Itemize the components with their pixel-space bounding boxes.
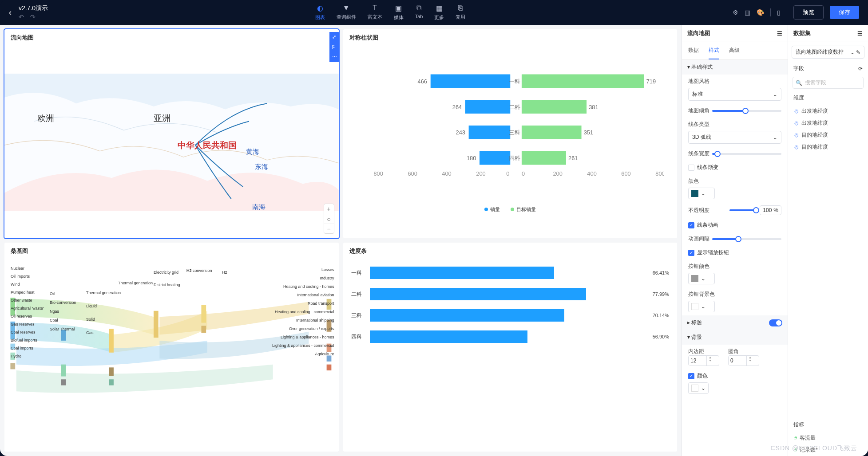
color-picker-btn[interactable]: ⌄	[688, 273, 715, 284]
color-picker-btn-bg[interactable]: ⌄	[688, 301, 715, 312]
svg-text:264: 264	[452, 104, 461, 110]
bar-chart-canvas: 466 719 一科 264 381 二科 243 351 三科 180 261…	[357, 50, 664, 201]
field-search[interactable]: 🔍搜索字段	[793, 77, 864, 89]
location-icon: ◎	[794, 108, 799, 114]
sankey-node-label: Solar Thermal	[50, 327, 75, 331]
sankey-node-label: Thermal generation	[86, 291, 121, 295]
layout-icon[interactable]: ▥	[745, 9, 750, 16]
tool-tab[interactable]: ⧉Tab	[415, 4, 423, 21]
slider-anim-interval[interactable]	[712, 238, 781, 240]
label-map-pitch: 地图倾角	[688, 107, 709, 114]
checkbox-line-animation[interactable]: ✓线条动画	[688, 221, 781, 229]
collapse-icon[interactable]: ☰	[857, 30, 863, 37]
tab-style[interactable]: 样式	[709, 42, 719, 59]
group-background[interactable]: ▾ 背景	[682, 330, 788, 345]
sankey-node-label: Coal imports	[11, 346, 33, 350]
checkbox-bg-color[interactable]: ✓颜色	[688, 372, 781, 380]
color-picker[interactable]: ⌄	[688, 188, 715, 199]
mobile-icon[interactable]: ▯	[777, 9, 781, 16]
sankey-node-label: Liquid	[86, 304, 97, 308]
svg-rect-42	[154, 311, 159, 338]
hash-icon: #	[794, 436, 797, 441]
pie-chart-icon: ◐	[317, 4, 323, 12]
undo-button[interactable]: ↶	[19, 13, 24, 20]
checkbox-line-gradient[interactable]: 线条渐变	[688, 164, 781, 171]
svg-rect-3	[521, 75, 644, 88]
dimension-field[interactable]: ◎目的地经度	[788, 129, 868, 141]
sankey-node-label: Nuclear	[11, 266, 24, 271]
progress-row: 二科77.99%	[343, 283, 678, 305]
progress-row: 三科70.14%	[343, 305, 678, 326]
tool-richtext[interactable]: T富文本	[368, 4, 382, 21]
chevron-down-icon: ⌄	[701, 385, 705, 391]
slider-map-pitch[interactable]	[712, 110, 781, 112]
save-button[interactable]: 保存	[830, 6, 859, 19]
sankey-node-label: Lighting & appliances - commercial	[272, 343, 334, 348]
dataset-select[interactable]: 流向地图经纬度数排⌄ ✎	[792, 46, 864, 59]
input-radius[interactable]: ▲▼	[728, 355, 759, 366]
image-icon: ▣	[395, 4, 402, 12]
expand-icon[interactable]: ⤢	[329, 32, 339, 42]
panel-diverging-bar[interactable]: 对称柱状图 466 719 一科 264 381 二科 243 351 三科	[343, 29, 678, 238]
tool-media[interactable]: ▣媒体	[394, 4, 404, 21]
settings-icon[interactable]: ⚙	[733, 9, 738, 16]
dimension-field[interactable]: ◎出发地经度	[788, 105, 868, 117]
slider-opacity[interactable]	[729, 209, 756, 211]
panel-sankey[interactable]: 桑基图	[4, 243, 339, 452]
panel-flow-map[interactable]: ⤢ ⎘ ⋯ 流向地图 欧洲	[4, 29, 339, 238]
zoom-reset-button[interactable]: ○	[324, 214, 334, 224]
dimension-field[interactable]: ◎目的地纬度	[788, 141, 868, 153]
map-label-china: 中华人民共和国	[178, 141, 237, 150]
location-icon: ◎	[794, 132, 799, 138]
metric-field[interactable]: #客流量	[788, 432, 868, 444]
color-picker-bg[interactable]: ⌄	[688, 382, 709, 394]
zoom-in-button[interactable]: +	[324, 204, 334, 214]
sankey-node-label: Pumped heat	[11, 290, 35, 295]
tool-more[interactable]: ▦更多	[434, 4, 444, 21]
input-padding[interactable]: ▲▼	[688, 355, 719, 366]
sankey-node-label: H2	[186, 268, 192, 273]
text-icon: T	[373, 4, 377, 12]
sankey-node-label: Gas	[86, 330, 94, 335]
svg-rect-11	[468, 126, 510, 139]
divider	[787, 8, 787, 16]
tool-reuse[interactable]: ⎘复用	[456, 4, 465, 21]
chart-legend: 销量 目标销量	[357, 206, 664, 213]
sankey-node-label: H2	[222, 270, 227, 275]
group-title[interactable]: ▸ 标题	[682, 315, 788, 330]
dataset-panel: 数据集 ☰ 流向地图经纬度数排⌄ ✎ 字段⟳ 🔍搜索字段 维度 ◎出发地经度◎出…	[788, 25, 868, 456]
chevron-down-icon: ⌄	[773, 91, 777, 98]
tab-data[interactable]: 数据	[688, 42, 699, 59]
palette-icon[interactable]: 🎨	[757, 9, 764, 16]
preview-button[interactable]: 预览	[793, 5, 824, 20]
select-line-type[interactable]: 3D 弧线⌄	[688, 131, 781, 144]
page-title: v2.7.0演示	[19, 4, 48, 12]
checkbox-show-zoom[interactable]: ✓显示缩放按钮	[688, 249, 781, 256]
map-canvas[interactable]: 欧洲 亚洲 中华人民共和国 黄海 东海 南海	[4, 46, 339, 238]
tab-advanced[interactable]: 高级	[729, 42, 740, 59]
map-label-europe: 欧洲	[37, 114, 54, 123]
back-button[interactable]: ‹	[9, 8, 12, 17]
sankey-node-label: Road transport	[308, 301, 334, 306]
svg-rect-39	[109, 329, 114, 353]
sankey-node-label: Lighting & appliances - homes	[281, 335, 334, 339]
zoom-out-button[interactable]: −	[324, 224, 334, 233]
refresh-icon[interactable]: ⟳	[858, 66, 863, 72]
slider-line-width[interactable]	[712, 153, 781, 155]
panel-progress[interactable]: 进度条 一科66.41%二科77.99%三科70.14%四科56.90%	[343, 243, 678, 452]
svg-rect-48	[327, 356, 332, 362]
svg-text:200: 200	[476, 170, 485, 177]
dimension-field[interactable]: ◎出发地纬度	[788, 117, 868, 129]
group-basic-style[interactable]: ▾ 基础样式	[682, 60, 788, 75]
svg-text:400: 400	[442, 170, 451, 177]
svg-rect-8	[521, 100, 586, 114]
tool-query[interactable]: ▼查询组件	[337, 4, 356, 21]
tool-chart[interactable]: ◐图表	[315, 4, 325, 21]
redo-button[interactable]: ↷	[30, 13, 36, 20]
map-label-asia: 亚洲	[154, 114, 170, 123]
collapse-icon[interactable]: ☰	[777, 30, 782, 37]
sankey-node-label: Other waste	[11, 298, 32, 303]
sankey-node-label: Oil imports	[11, 274, 30, 279]
select-map-style[interactable]: 标准⌄	[688, 88, 781, 101]
toggle-title[interactable]	[769, 319, 782, 326]
